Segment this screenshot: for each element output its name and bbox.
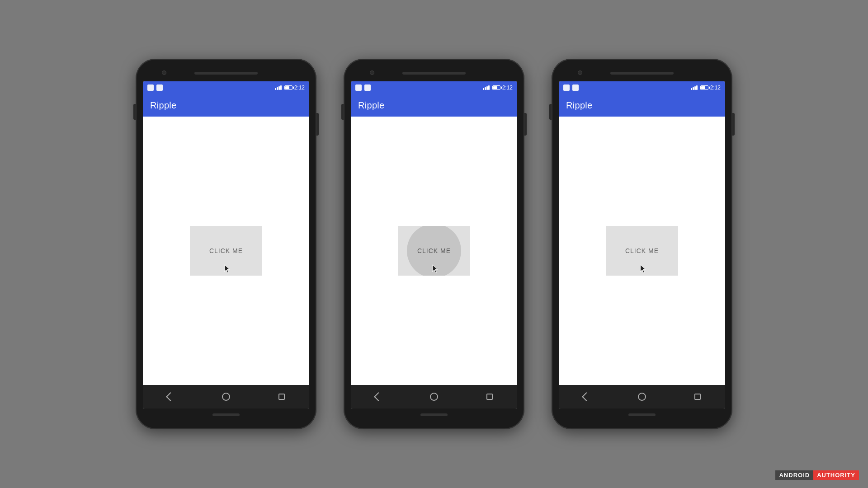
status-bar-2: 2:12 [351, 81, 517, 94]
home-button-2[interactable] [425, 388, 443, 406]
app-title-2: Ripple [358, 100, 385, 111]
battery-2 [492, 85, 500, 90]
click-me-button-3[interactable]: CLICK ME [606, 226, 678, 276]
back-icon-2 [374, 392, 383, 401]
cursor-3 [640, 264, 648, 274]
recents-icon-1 [278, 394, 285, 400]
recents-button-1[interactable] [273, 388, 291, 406]
phone-3: 2:12 Ripple CLICK ME [552, 59, 732, 429]
status-bar-3: 2:12 [559, 81, 725, 94]
watermark-android: ANDROID [775, 470, 813, 480]
usb-port-3 [628, 413, 656, 416]
notification-icon-3 [563, 84, 570, 91]
bottom-nav-1 [143, 385, 309, 408]
signal-bar-8 [488, 85, 490, 90]
click-me-label-3: CLICK ME [625, 247, 659, 254]
phone-2: 2:12 Ripple CLICK ME [344, 59, 524, 429]
phone-1: 2:12 Ripple CLICK ME [136, 59, 316, 429]
notification-icon-2 [355, 84, 362, 91]
usb-port-2 [420, 413, 448, 416]
home-button-1[interactable] [217, 388, 235, 406]
battery-fill-2 [493, 86, 498, 89]
signal-2 [483, 85, 490, 90]
screen-content-1: CLICK ME [143, 117, 309, 385]
phone-bottom-1 [143, 408, 309, 421]
time-2: 2:12 [502, 84, 513, 91]
phone-bottom-3 [559, 408, 725, 421]
signal-bar-3 [278, 86, 280, 90]
phone-2-screen: 2:12 Ripple CLICK ME [351, 81, 517, 408]
click-me-button-2[interactable]: CLICK ME [398, 226, 470, 276]
time-1: 2:12 [294, 84, 305, 91]
screen-content-2: CLICK ME [351, 117, 517, 385]
speaker-3 [610, 72, 674, 75]
cursor-2 [432, 264, 440, 274]
recents-icon-3 [694, 394, 701, 400]
signal-bar-2 [277, 87, 278, 90]
battery-fill-1 [285, 86, 290, 89]
home-icon-1 [222, 393, 230, 401]
signal-bar-9 [691, 88, 692, 90]
phone-top-bar-3 [559, 67, 725, 80]
speaker-1 [194, 72, 258, 75]
recents-button-2[interactable] [481, 388, 499, 406]
battery-fill-3 [701, 86, 706, 89]
status-left-3 [563, 84, 579, 91]
signal-bar-11 [694, 86, 696, 90]
signal-bar-10 [693, 87, 694, 90]
home-icon-2 [430, 393, 438, 401]
battery-3 [700, 85, 708, 90]
back-button-2[interactable] [369, 388, 387, 406]
recents-button-3[interactable] [689, 388, 707, 406]
bottom-nav-2 [351, 385, 517, 408]
app-bar-3: Ripple [559, 94, 725, 117]
signal-bar-7 [486, 86, 488, 90]
home-icon-3 [638, 393, 646, 401]
click-me-label-2: CLICK ME [417, 247, 451, 254]
signal-bar-12 [696, 85, 698, 90]
time-3: 2:12 [710, 84, 721, 91]
phone-top-bar-2 [351, 67, 517, 80]
back-icon-3 [582, 392, 591, 401]
camera-3 [578, 70, 582, 75]
phone-1-screen: 2:12 Ripple CLICK ME [143, 81, 309, 408]
signal-3 [691, 85, 698, 90]
status-left-1 [147, 84, 163, 91]
recents-icon-2 [486, 394, 493, 400]
app-title-3: Ripple [566, 100, 593, 111]
cursor-1 [224, 264, 232, 274]
signal-bar-5 [483, 88, 484, 90]
back-button-1[interactable] [161, 388, 179, 406]
app-bar-2: Ripple [351, 94, 517, 117]
status-right-1: 2:12 [275, 84, 305, 91]
camera-2 [370, 70, 374, 75]
status-right-2: 2:12 [483, 84, 513, 91]
click-me-label-1: CLICK ME [209, 247, 243, 254]
speaker-2 [402, 72, 466, 75]
phone-2-wrapper: 2:12 Ripple CLICK ME [344, 59, 524, 429]
signal-bar-6 [485, 87, 486, 90]
back-button-3[interactable] [577, 388, 595, 406]
phone-bottom-2 [351, 408, 517, 421]
back-icon-1 [166, 392, 175, 401]
watermark-authority: AUTHORITY [813, 470, 859, 480]
status-bar-1: 2:12 [143, 81, 309, 94]
bottom-nav-3 [559, 385, 725, 408]
watermark: ANDROID AUTHORITY [775, 470, 859, 480]
signal-bar-4 [280, 85, 282, 90]
home-button-3[interactable] [633, 388, 651, 406]
notification-icon-1 [147, 84, 154, 91]
status-left-2 [355, 84, 371, 91]
lock-icon-1 [156, 84, 163, 91]
phone-3-screen: 2:12 Ripple CLICK ME [559, 81, 725, 408]
click-me-button-1[interactable]: CLICK ME [190, 226, 262, 276]
camera-1 [162, 70, 166, 75]
screen-content-3: CLICK ME [559, 117, 725, 385]
usb-port-1 [212, 413, 240, 416]
phone-3-wrapper: 2:12 Ripple CLICK ME [552, 59, 732, 429]
signal-1 [275, 85, 282, 90]
lock-icon-3 [572, 84, 579, 91]
phone-1-wrapper: 2:12 Ripple CLICK ME [136, 59, 316, 429]
app-title-1: Ripple [150, 100, 177, 111]
app-bar-1: Ripple [143, 94, 309, 117]
